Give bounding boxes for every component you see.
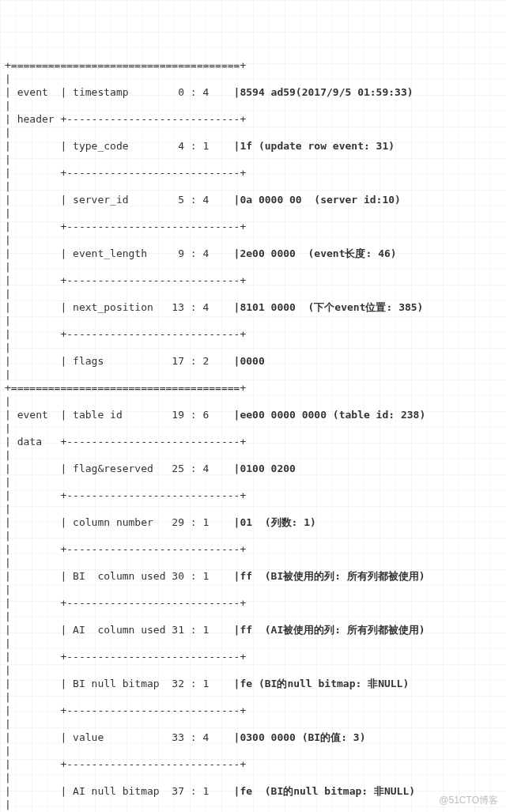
- row: | |: [5, 463, 73, 474]
- row: | |: [5, 301, 73, 313]
- value-cell: |0100 0200: [234, 463, 296, 474]
- field-cell: value 33 : 4: [73, 731, 209, 743]
- field-cell: next_position 13 : 4: [73, 301, 209, 313]
- field-cell: AI column used 31 : 1: [73, 624, 209, 636]
- value-cell: |ee00 0000 0000 (table id: 238): [234, 409, 426, 421]
- blank: |: [5, 207, 60, 219]
- field-cell: flags 17 : 2: [73, 355, 209, 367]
- blank: |: [5, 799, 60, 810]
- row: | |: [5, 140, 73, 152]
- blank: |: [5, 73, 11, 85]
- field-cell: AI null bitmap 37 : 1: [73, 785, 209, 797]
- blank: |: [5, 234, 60, 246]
- field-cell: timestamp 0 : 4: [73, 86, 209, 98]
- blank: |: [5, 153, 60, 165]
- blank: |: [5, 395, 11, 407]
- value-cell: |8594 ad59(2017/9/5 01:59:33): [234, 86, 413, 98]
- rule: | +----------------------------+: [5, 758, 246, 770]
- section-label: | event |: [5, 86, 73, 98]
- rule: +----------------------------+: [60, 113, 246, 125]
- value-cell: |ff (BI被使用的列: 所有列都被使用): [234, 570, 425, 582]
- value-cell: |ff (AI被使用的列: 所有列都被使用): [234, 624, 425, 636]
- rule: | +----------------------------+: [5, 274, 246, 286]
- section-label: | header: [5, 113, 60, 125]
- blank: |: [5, 664, 60, 676]
- blank: |: [5, 127, 60, 138]
- field-cell: type_code 4 : 1: [73, 140, 209, 152]
- section-label: | data: [5, 436, 60, 448]
- row: | |: [5, 731, 73, 743]
- value-cell: |0000: [234, 355, 265, 367]
- blank: |: [5, 100, 11, 111]
- row: | |: [5, 785, 73, 797]
- field-cell: flag&reserved 25 : 4: [73, 463, 209, 474]
- rule: | +----------------------------+: [5, 597, 246, 609]
- field-cell: table id 19 : 6: [73, 409, 209, 421]
- value-cell: |0300 0000 (BI的值: 3): [234, 731, 366, 743]
- rule: | +----------------------------+: [5, 651, 246, 663]
- value-cell: |01 (列数: 1): [234, 516, 316, 528]
- rule: | +----------------------------+: [5, 167, 246, 179]
- rule: | +----------------------------+: [5, 328, 246, 340]
- row: | |: [5, 194, 73, 206]
- blank: |: [5, 503, 60, 515]
- ascii-diagram: +=====================================+ …: [0, 54, 506, 812]
- blank: |: [5, 315, 60, 327]
- blank: |: [5, 745, 60, 757]
- value-cell: |2e00 0000 (event长度: 46): [234, 247, 397, 259]
- rule: +=====================================+: [5, 382, 246, 394]
- rule: +=====================================+: [5, 59, 246, 71]
- rule: +----------------------------+: [60, 436, 246, 448]
- rule: | +----------------------------+: [5, 704, 246, 716]
- field-cell: BI column used 30 : 1: [73, 570, 209, 582]
- value-cell: |1f (update row event: 31): [234, 140, 395, 152]
- row: | |: [5, 355, 73, 367]
- row: | |: [5, 624, 73, 636]
- value-cell: |fe (BI的null bitmap: 非NULL): [234, 678, 410, 689]
- blank: |: [5, 610, 60, 622]
- blank: |: [5, 449, 60, 461]
- field-cell: server_id 5 : 4: [73, 194, 209, 206]
- blank: |: [5, 422, 11, 434]
- field-cell: event_length 9 : 4: [73, 247, 209, 259]
- value-cell: |0a 0000 00 (server id:10): [234, 194, 401, 206]
- row: | |: [5, 570, 73, 582]
- value-cell: |8101 0000 (下个event位置: 385): [234, 301, 424, 313]
- blank: |: [5, 476, 60, 488]
- row: | |: [5, 247, 73, 259]
- field-cell: BI null bitmap 32 : 1: [73, 678, 209, 689]
- rule: | +----------------------------+: [5, 221, 246, 232]
- rule: | +----------------------------+: [5, 489, 246, 501]
- blank: |: [5, 557, 60, 568]
- blank: |: [5, 530, 60, 542]
- blank: |: [5, 691, 60, 703]
- blank: |: [5, 584, 60, 595]
- blank: |: [5, 718, 60, 730]
- blank: |: [5, 288, 60, 300]
- blank: |: [5, 368, 60, 380]
- blank: |: [5, 772, 60, 784]
- row: | |: [5, 678, 73, 689]
- watermark-text: @51CTO博客: [439, 794, 498, 807]
- blank: |: [5, 261, 60, 273]
- section-label: | event |: [5, 409, 73, 421]
- blank: |: [5, 637, 60, 649]
- value-cell: |fe (BI的null bitmap: 非NULL): [234, 785, 416, 797]
- row: | |: [5, 516, 73, 528]
- blank: |: [5, 342, 60, 353]
- rule: | +----------------------------+: [5, 543, 246, 555]
- blank: |: [5, 180, 60, 192]
- field-cell: column number 29 : 1: [73, 516, 209, 528]
